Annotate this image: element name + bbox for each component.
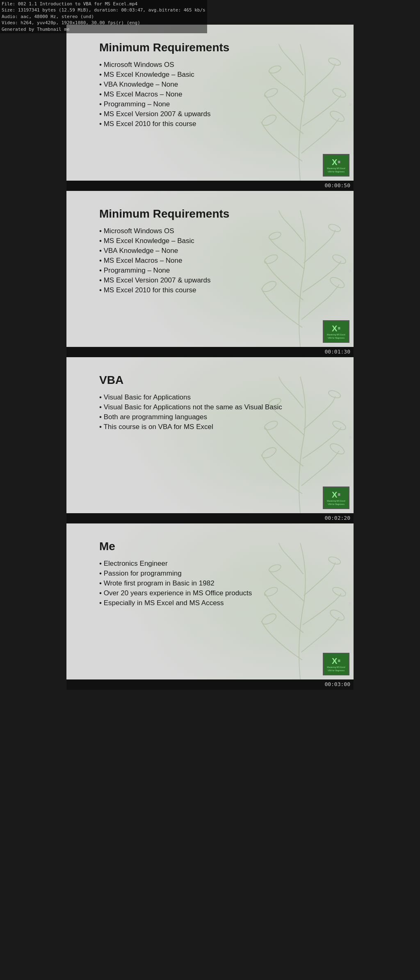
list-item: MS Excel Knowledge – Basic bbox=[99, 237, 333, 245]
slide-1: Minimum RequirementsMicrosoft Windows OS… bbox=[66, 25, 354, 181]
slide-list-1: Microsoft Windows OSMS Excel Knowledge –… bbox=[99, 61, 333, 128]
list-item: Both are programming languages bbox=[99, 413, 333, 421]
slide-wrapper-2: Minimum RequirementsMicrosoft Windows OS… bbox=[66, 191, 354, 357]
timestamp-bar-4: 00:03:00 bbox=[66, 679, 354, 689]
slide-title-3: VBA bbox=[99, 374, 333, 387]
file-info-line2: Size: 13197341 bytes (12.59 MiB), durati… bbox=[2, 7, 205, 13]
slide-title-1: Minimum Requirements bbox=[99, 41, 333, 54]
thumbnail-icon: X≡ bbox=[332, 491, 340, 499]
timestamp-3: 00:02:20 bbox=[324, 515, 350, 521]
svg-point-18 bbox=[260, 612, 278, 626]
slide-wrapper-3: VBAVisual Basic for ApplicationsVisual B… bbox=[66, 357, 354, 523]
svg-point-12 bbox=[260, 445, 278, 460]
thumbnail-text2: VBA for Beginners bbox=[328, 337, 345, 339]
thumbnail-icon: X≡ bbox=[332, 657, 340, 665]
list-item: MS Excel Version 2007 & upwards bbox=[99, 276, 333, 285]
slide-title-2: Minimum Requirements bbox=[99, 207, 333, 220]
file-info-line3: Audio: aac, 48000 Hz, stereo (und) bbox=[2, 14, 205, 20]
list-item: VBA Knowledge – None bbox=[99, 247, 333, 255]
thumbnail-text2: VBA for Beginners bbox=[328, 669, 345, 672]
slide-list-4: Electronics EngineerPassion for programm… bbox=[99, 560, 333, 607]
thumbnail-icon: X≡ bbox=[332, 158, 340, 166]
timestamp-bar-2: 00:01:30 bbox=[66, 347, 354, 356]
thumbnail-3: X≡ Mastering MS Excel VBA for Beginners bbox=[323, 487, 349, 509]
slide-wrapper-4: MeElectronics EngineerPassion for progra… bbox=[66, 523, 354, 690]
cursor-indicator bbox=[349, 103, 352, 107]
list-item: Visual Basic for Applications not the sa… bbox=[99, 403, 333, 411]
thumbnail-2: X≡ Mastering MS Excel VBA for Beginners bbox=[323, 320, 349, 343]
list-item: Over 20 years experience in MS Office pr… bbox=[99, 589, 333, 597]
file-info-line5: Generated by Thumbnail me bbox=[2, 26, 205, 32]
list-item: Visual Basic for Applications bbox=[99, 393, 333, 402]
timestamp-bar-1: 00:00:50 bbox=[66, 181, 354, 190]
slide-2: Minimum RequirementsMicrosoft Windows OS… bbox=[66, 191, 354, 347]
file-info-line4: Video: h264, yuv420p, 1920x1080, 30.00 f… bbox=[2, 20, 205, 26]
thumbnail-text1: Mastering MS Excel bbox=[327, 333, 345, 336]
list-item: Especially in MS Excel and MS Access bbox=[99, 599, 333, 607]
timestamp-2: 00:01:30 bbox=[324, 349, 350, 355]
slide-4: MeElectronics EngineerPassion for progra… bbox=[66, 523, 354, 679]
thumbnail-4: X≡ Mastering MS Excel VBA for Beginners bbox=[323, 653, 349, 675]
svg-point-4 bbox=[331, 87, 347, 99]
svg-point-22 bbox=[331, 585, 347, 598]
timestamp-4: 00:03:00 bbox=[324, 681, 350, 687]
slide-gap bbox=[66, 689, 354, 690]
svg-point-15 bbox=[329, 442, 346, 456]
list-item: MS Excel Version 2007 & upwards bbox=[99, 110, 333, 118]
thumbnail-text1: Mastering MS Excel bbox=[327, 500, 345, 502]
main-container: Minimum RequirementsMicrosoft Windows OS… bbox=[0, 0, 420, 690]
thumbnail-icon: X≡ bbox=[332, 324, 340, 333]
list-item: MS Excel Macros – None bbox=[99, 257, 333, 265]
list-item: VBA Knowledge – None bbox=[99, 80, 333, 89]
file-info-line1: File: 002 1.1 Introduction to VBA for MS… bbox=[2, 1, 205, 7]
cursor-indicator bbox=[349, 601, 352, 606]
list-item: Programming – None bbox=[99, 266, 333, 275]
list-item: MS Excel 2010 for this course bbox=[99, 286, 333, 294]
svg-point-16 bbox=[331, 419, 347, 431]
list-item: Passion for programming bbox=[99, 569, 333, 578]
slide-3: VBAVisual Basic for ApplicationsVisual B… bbox=[66, 357, 354, 513]
file-info: File: 002 1.1 Introduction to VBA for MS… bbox=[0, 0, 207, 33]
svg-point-21 bbox=[329, 608, 346, 622]
list-item: MS Excel 2010 for this course bbox=[99, 120, 333, 128]
thumbnail-text2: VBA for Beginners bbox=[328, 170, 345, 173]
list-item: MS Excel Macros – None bbox=[99, 90, 333, 99]
timestamp-1: 00:00:50 bbox=[324, 182, 350, 188]
timestamp-bar-3: 00:02:20 bbox=[66, 513, 354, 523]
list-item: Wrote first program in Basic in 1982 bbox=[99, 579, 333, 588]
thumbnail-text1: Mastering MS Excel bbox=[327, 666, 345, 668]
list-item: MS Excel Knowledge – Basic bbox=[99, 71, 333, 79]
list-item: Programming – None bbox=[99, 100, 333, 108]
slide-list-2: Microsoft Windows OSMS Excel Knowledge –… bbox=[99, 227, 333, 294]
slide-title-4: Me bbox=[99, 540, 333, 553]
cursor-indicator bbox=[349, 269, 352, 273]
list-item: This course is on VBA for MS Excel bbox=[99, 423, 333, 431]
list-item: Microsoft Windows OS bbox=[99, 61, 333, 69]
list-item: Electronics Engineer bbox=[99, 560, 333, 568]
thumbnail-text1: Mastering MS Excel bbox=[327, 167, 345, 170]
list-item: Microsoft Windows OS bbox=[99, 227, 333, 235]
thumbnail-text2: VBA for Beginners bbox=[328, 503, 345, 505]
cursor-indicator bbox=[349, 435, 352, 439]
slide-list-3: Visual Basic for ApplicationsVisual Basi… bbox=[99, 393, 333, 431]
slide-wrapper-1: Minimum RequirementsMicrosoft Windows OS… bbox=[66, 25, 354, 191]
svg-point-10 bbox=[331, 253, 347, 265]
thumbnail-1: X≡ Mastering MS Excel VBA for Beginners bbox=[323, 154, 349, 177]
